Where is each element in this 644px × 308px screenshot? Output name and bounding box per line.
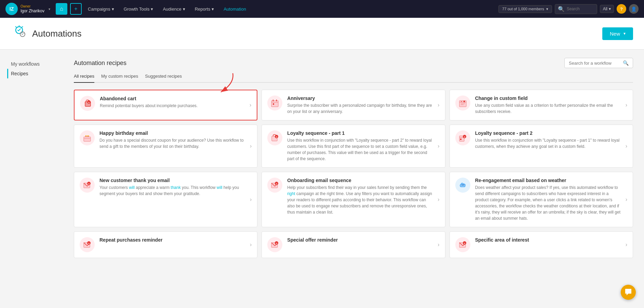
recipe-card-reengagement[interactable]: Re-engagement email based on weather Doe…: [450, 172, 633, 227]
user-account-button[interactable]: 👤: [629, 4, 639, 14]
new-button[interactable]: New ▾: [602, 27, 633, 40]
recipe-card-new-customer[interactable]: + New customer thank you email Your cust…: [74, 172, 257, 227]
members-chevron: ▾: [546, 7, 548, 11]
user-info: Owner Igor Zharikov: [21, 4, 44, 14]
svg-point-22: [85, 136, 86, 137]
search-filter[interactable]: All ▾: [600, 5, 614, 13]
reengagement-icon: [455, 178, 470, 193]
repeat-purchases-name: Repeat purchases reminder: [99, 237, 245, 243]
svg-rect-30: [460, 139, 461, 140]
new-customer-desc: Your customers will appreciate a warm th…: [99, 184, 245, 197]
search-icon: 🔍: [558, 6, 565, 12]
anniversary-arrow: ›: [438, 102, 439, 108]
recipe-card-custom-field[interactable]: Change in custom field Use any custom fi…: [450, 90, 633, 120]
chat-button[interactable]: [621, 285, 636, 300]
recipe-card-anniversary[interactable]: Anniversary Surprise the subscriber with…: [261, 90, 445, 120]
loyalty1-desc: Use this workflow in conjunction with "L…: [287, 137, 433, 162]
tab-custom-recipes[interactable]: My custom recipes: [101, 74, 138, 82]
tab-all-recipes[interactable]: All recipes: [74, 74, 94, 83]
new-customer-name: New customer thank you email: [99, 178, 245, 183]
recipe-grid: + Abandoned cart Remind potential buyers…: [74, 90, 633, 258]
svg-point-14: [464, 101, 465, 102]
abandoned-cart-icon: +: [80, 96, 95, 111]
avatar[interactable]: IZ: [5, 3, 18, 15]
help-button[interactable]: ?: [617, 4, 626, 14]
abandoned-cart-content: Abandoned cart Remind potential buyers a…: [100, 96, 245, 109]
onboarding-icon: +: [267, 178, 282, 193]
custom-field-arrow: ›: [626, 102, 627, 108]
search-workflow-icon: 🔍: [623, 60, 629, 66]
svg-rect-17: [84, 137, 91, 141]
birthday-icon: [80, 130, 95, 145]
recipe-tabs: All recipes My custom recipes Suggested …: [74, 74, 633, 83]
add-button[interactable]: +: [70, 3, 82, 15]
reports-chevron: ▾: [212, 7, 214, 12]
new-button-chevron: ▾: [623, 31, 626, 36]
user-dropdown-chevron[interactable]: ▾: [49, 7, 50, 11]
svg-text:+: +: [276, 182, 278, 185]
reengagement-content: Re-engagement email based on weather Doe…: [475, 178, 621, 221]
svg-text:+: +: [88, 101, 90, 104]
abandoned-cart-desc: Remind potential buyers about incomplete…: [100, 103, 245, 109]
loyalty2-content: Loyalty sequence - part 2 Use this workf…: [475, 130, 621, 150]
onboarding-content: Onboarding email sequence Help your subs…: [287, 178, 433, 215]
repeat-purchases-content: Repeat purchases reminder: [99, 237, 245, 244]
sidebar-item-my-workflows[interactable]: My workflows: [11, 59, 66, 69]
recipe-card-specific-area[interactable]: + Specific area of interest ›: [450, 231, 633, 258]
tab-suggested-recipes[interactable]: Suggested recipes: [145, 74, 182, 82]
nav-audience[interactable]: Audience ▾: [159, 7, 188, 12]
loyalty1-icon: +: [267, 130, 282, 145]
search-box[interactable]: 🔍: [555, 4, 597, 14]
specific-area-content: Specific area of interest: [475, 237, 621, 244]
loyalty2-desc: Use this workflow in conjunction with "L…: [475, 137, 621, 150]
abandoned-cart-arrow: ›: [250, 102, 251, 108]
home-button[interactable]: ⌂: [56, 3, 67, 15]
recipe-card-abandoned-cart[interactable]: + Abandoned cart Remind potential buyers…: [74, 90, 257, 120]
onboarding-desc: Help your subscribers find their way in …: [287, 184, 433, 215]
recipe-card-loyalty2[interactable]: + Loyalty sequence - part 2 Use this wor…: [450, 125, 633, 168]
loyalty1-arrow: ›: [438, 143, 439, 149]
recipe-card-loyalty1[interactable]: + Loyalty sequence - part 1 Use this wor…: [261, 125, 445, 168]
members-count[interactable]: 77 out of 1,000 members ▾: [498, 5, 552, 13]
specific-area-icon: +: [455, 237, 470, 252]
nav-growth-tools[interactable]: Growth Tools ▾: [120, 7, 157, 12]
search-workflow-input[interactable]: [569, 61, 620, 66]
search-filter-chevron: ▾: [609, 7, 611, 11]
campaigns-chevron: ▾: [112, 7, 114, 12]
abandoned-cart-name: Abandoned cart: [100, 96, 245, 101]
user-role: Owner: [21, 4, 44, 9]
sidebar-item-recipes[interactable]: Recipes: [7, 69, 66, 78]
nav-automation[interactable]: Automation: [220, 7, 250, 12]
reengagement-desc: Does weather affect your product sales? …: [475, 184, 621, 221]
anniversary-desc: Surprise the subscriber with a personali…: [287, 102, 433, 115]
new-customer-content: New customer thank you email Your custom…: [99, 178, 245, 197]
growth-tools-chevron: ▾: [151, 7, 153, 12]
special-offer-icon: +: [267, 237, 282, 252]
recipe-card-onboarding[interactable]: + Onboarding email sequence Help your su…: [261, 172, 445, 227]
custom-field-icon: [455, 95, 470, 111]
svg-text:+: +: [464, 136, 465, 139]
anniversary-content: Anniversary Surprise the subscriber with…: [287, 95, 433, 115]
custom-field-name: Change in custom field: [475, 95, 621, 101]
svg-point-23: [87, 136, 88, 137]
svg-text:+: +: [88, 182, 90, 185]
automations-icon: [11, 24, 27, 43]
svg-rect-10: [273, 103, 274, 105]
reengagement-arrow: ›: [626, 196, 627, 203]
svg-rect-6: [271, 101, 278, 107]
page-title: Automations: [32, 28, 602, 39]
nav-campaigns[interactable]: Campaigns ▾: [84, 7, 118, 12]
recipe-card-repeat-purchases[interactable]: + Repeat purchases reminder ›: [74, 231, 257, 258]
birthday-content: Happy birthday email Do you have a speci…: [99, 130, 245, 150]
birthday-name: Happy birthday email: [99, 130, 245, 136]
recipe-card-birthday[interactable]: Happy birthday email Do you have a speci…: [74, 125, 257, 168]
loyalty2-name: Loyalty sequence - part 2: [475, 130, 621, 136]
search-workflow[interactable]: 🔍: [564, 58, 633, 68]
special-offer-content: Special offer reminder: [287, 237, 433, 244]
search-input[interactable]: [567, 7, 594, 11]
nav-reports[interactable]: Reports ▾: [191, 7, 218, 12]
svg-text:+: +: [276, 136, 278, 139]
recipe-card-special-offer[interactable]: + Special offer reminder ›: [261, 231, 445, 258]
reengagement-name: Re-engagement email based on weather: [475, 178, 621, 183]
new-customer-arrow: ›: [250, 196, 252, 203]
